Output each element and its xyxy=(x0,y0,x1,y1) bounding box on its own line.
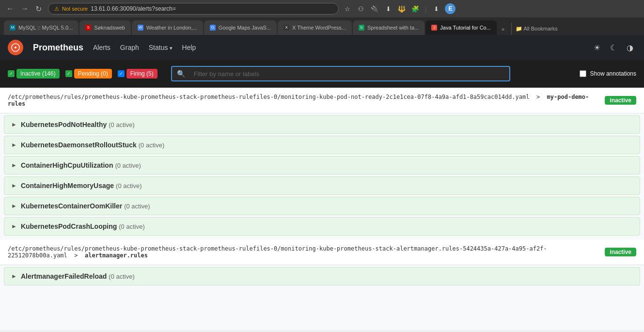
puzzle-icon[interactable]: 🧩 xyxy=(410,4,420,14)
firing-check: ✓ xyxy=(118,70,125,77)
prometheus-icon[interactable]: 🔱 xyxy=(397,4,407,14)
inactive-filter[interactable]: ✓ Inactive (146) xyxy=(8,69,60,79)
back-button[interactable]: ← xyxy=(4,3,16,14)
chevron-icon-7: ► xyxy=(11,273,17,280)
browser-toolbar: ← → ↻ ⚠ Not secure 13.61.0.66:30090/aler… xyxy=(0,0,644,17)
nav-graph[interactable]: Graph xyxy=(120,42,139,53)
tab-label-spreadsheet: Spreadsheet with ta... xyxy=(367,25,419,31)
download-icon[interactable]: ⬇ xyxy=(431,4,441,14)
bookmark-star-icon[interactable]: ☆ xyxy=(343,4,352,14)
pending-filter[interactable]: ✓ Pending (0) xyxy=(65,69,112,79)
address-text: 13.61.0.66:30090/alerts?search= xyxy=(91,5,176,12)
chevron-icon-5: ► xyxy=(11,203,17,209)
tab-favicon-weather: W xyxy=(138,25,143,31)
nav-status[interactable]: Status xyxy=(149,42,173,53)
tab-favicon-spreadsheet: S xyxy=(359,25,364,31)
chevron-icon-2: ► xyxy=(11,142,17,148)
rule-group-2: /etc/prometheus/rules/prometheus-kube-pr… xyxy=(0,239,644,285)
tab-label-googlemaps: Google Maps JavaS... xyxy=(219,25,271,31)
tab-weather[interactable]: W Weather in London,... xyxy=(132,20,203,35)
browser-window: ← → ↻ ⚠ Not secure 13.61.0.66:30090/aler… xyxy=(0,0,644,35)
rule-group-2-header: /etc/prometheus/rules/prometheus-kube-pr… xyxy=(0,239,644,265)
rule-group-1: /etc/prometheus/rules/prometheus-kube-pr… xyxy=(0,88,644,236)
rule-group-2-status: inactive xyxy=(605,248,636,256)
prometheus-logo-svg xyxy=(11,43,20,52)
chevron-icon-4: ► xyxy=(11,182,17,189)
tab-soknadsweb[interactable]: S Søknadsweb xyxy=(79,20,131,35)
tab-java[interactable]: J Java Tutorial for Co... xyxy=(425,20,497,35)
rule-kubernetes-daemonset[interactable]: ► KubernetesDaemonsetRolloutStuck (0 act… xyxy=(4,136,640,154)
profile-button[interactable]: E xyxy=(445,3,456,14)
annotations-label: Show annotations xyxy=(590,70,636,77)
tab-label-mysql: MySQL :: MySQL 5.0... xyxy=(18,25,73,31)
nav-buttons: ← → ↻ xyxy=(4,3,44,15)
inactive-label: Inactive (146) xyxy=(16,69,60,79)
nav-alerts[interactable]: Alerts xyxy=(93,42,110,53)
tabs-overflow-button[interactable]: » xyxy=(498,23,508,35)
tab-label-java: Java Tutorial for Co... xyxy=(440,25,491,31)
header-theme-icons: ☀ ☾ ◑ xyxy=(591,41,636,54)
annotations-container: Show annotations xyxy=(580,70,636,77)
prometheus-app: Prometheus Alerts Graph Status Help ☀ ☾ … xyxy=(0,35,644,330)
profile-accounts-icon[interactable]: ⚇ xyxy=(356,4,366,14)
rule-container-high-memory[interactable]: ► ContainerHighMemoryUsage (0 active) xyxy=(4,176,640,195)
rule-group-1-path: /etc/prometheus/rules/prometheus-kube-pr… xyxy=(8,94,605,107)
annotations-checkbox[interactable] xyxy=(580,70,586,77)
rule-group-2-rules: ► AlertmanagerFailedReload (0 active) xyxy=(0,267,644,285)
rule-name-6: KubernetesPodCrashLooping xyxy=(21,222,117,230)
tab-googlemaps[interactable]: G Google Maps JavaS... xyxy=(204,20,277,35)
rule-kubernetes-crashlooping[interactable]: ► KubernetesPodCrashLooping (0 active) xyxy=(4,217,640,236)
tab-favicon-mysql: M xyxy=(10,25,16,31)
firing-filter[interactable]: ✓ Firing (5) xyxy=(118,69,157,79)
rule-group-1-header: /etc/prometheus/rules/prometheus-kube-pr… xyxy=(0,88,644,113)
rule-kubernetes-oomkiller[interactable]: ► KubernetesContainerOomKiller (0 active… xyxy=(4,197,640,215)
rule-active-7: (0 active) xyxy=(109,273,135,280)
forward-button[interactable]: → xyxy=(18,3,31,14)
search-input[interactable] xyxy=(190,67,509,80)
rule-active-4: (0 active) xyxy=(116,182,142,190)
tab-mysql[interactable]: M MySQL :: MySQL 5.0... xyxy=(4,20,79,35)
reload-button[interactable]: ↻ xyxy=(33,3,44,15)
tab-xtheme[interactable]: X X Theme WordPress... xyxy=(278,20,352,35)
rule-alertmanager-failed-reload[interactable]: ► AlertmanagerFailedReload (0 active) xyxy=(4,267,640,285)
prometheus-logo xyxy=(8,40,23,55)
rule-active-6: (0 active) xyxy=(119,223,145,230)
search-icon: 🔍 xyxy=(172,67,190,80)
rule-kubernetes-pod-not-healthy[interactable]: ► KubernetesPodNotHealthy (0 active) xyxy=(4,115,640,134)
rule-active-3: (0 active) xyxy=(115,162,141,169)
sun-theme-button[interactable]: ☀ xyxy=(591,41,603,54)
browser-actions: ☆ ⚇ 🔌 ⬇ 🔱 🧩 | ⬇ E xyxy=(343,3,456,14)
rule-name-1: KubernetesPodNotHealthy xyxy=(21,121,107,128)
all-bookmarks-button[interactable]: 📁 All Bookmarks xyxy=(511,23,562,35)
rule-container-high-cpu[interactable]: ► ContainerHighCpuUtilization (0 active) xyxy=(4,156,640,174)
extension-icon[interactable]: 🔌 xyxy=(370,4,379,14)
app-header: Prometheus Alerts Graph Status Help ☀ ☾ … xyxy=(0,35,644,60)
rule-active-1: (0 active) xyxy=(109,121,135,128)
nav-help[interactable]: Help xyxy=(182,42,196,53)
moon-theme-button[interactable]: ☾ xyxy=(607,41,620,54)
tab-favicon-soknadsweb: S xyxy=(85,25,91,31)
rule-group-1-status: inactive xyxy=(605,96,636,105)
svg-point-1 xyxy=(15,47,16,48)
tab-favicon-xtheme: X xyxy=(283,25,289,31)
lock-icon: ⚠ xyxy=(54,6,59,12)
rule-name-7: AlertmanagerFailedReload xyxy=(21,272,107,280)
contrast-theme-button[interactable]: ◑ xyxy=(624,41,636,54)
chevron-icon-3: ► xyxy=(11,162,17,169)
rule-name-5: KubernetesContainerOomKiller xyxy=(21,202,122,210)
search-container: 🔍 xyxy=(171,66,566,81)
chevron-icon-6: ► xyxy=(11,223,17,230)
rule-group-1-rules: ► KubernetesPodNotHealthy (0 active) ► K… xyxy=(0,115,644,236)
app-title: Prometheus xyxy=(33,43,83,53)
extension2-icon[interactable]: ⬇ xyxy=(383,4,393,14)
rule-name-4: ContainerHighMemoryUsage xyxy=(21,182,114,190)
rule-active-5: (0 active) xyxy=(124,203,150,210)
address-bar[interactable]: ⚠ Not secure 13.61.0.66:30090/alerts?sea… xyxy=(48,3,339,15)
rule-group-2-path: /etc/prometheus/rules/prometheus-kube-pr… xyxy=(8,245,605,259)
rule-name-3: ContainerHighCpuUtilization xyxy=(21,161,113,169)
tabs-bar: M MySQL :: MySQL 5.0... S Søknadsweb W W… xyxy=(0,17,644,35)
tab-label-weather: Weather in London,... xyxy=(146,25,197,31)
tab-spreadsheet[interactable]: S Spreadsheet with ta... xyxy=(353,20,424,35)
pending-check: ✓ xyxy=(65,70,72,77)
not-secure-label: Not secure xyxy=(62,6,88,12)
